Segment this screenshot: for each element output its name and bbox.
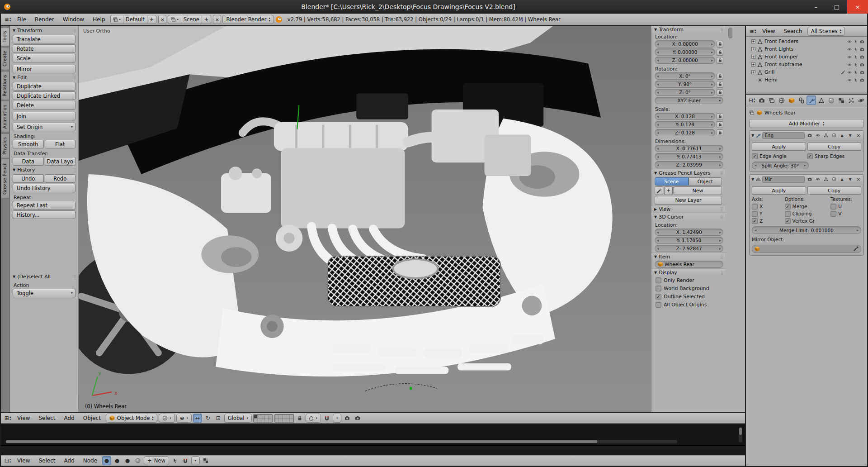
material-slot-icon-button[interactable] (133, 456, 142, 465)
manipulator-scale-button[interactable]: ⊡ (214, 414, 223, 423)
world-background-checkbox[interactable] (656, 286, 661, 291)
action-toggle-dropdown[interactable]: Toggle ▾ (13, 289, 75, 297)
lock-location-x-button[interactable] (717, 41, 723, 48)
lock-rotation-x-button[interactable] (717, 73, 723, 80)
lock-scale-x-button[interactable] (717, 113, 723, 120)
delete-scene-button[interactable]: × (213, 15, 221, 24)
expand-icon[interactable]: + (751, 62, 755, 67)
modifier-editmode-toggle[interactable] (822, 132, 829, 139)
editor-type-button-info[interactable]: ≡ ▴▾ (3, 15, 12, 24)
panel-grip-icon[interactable]: ⣿ (720, 214, 722, 219)
panel-grip-icon[interactable]: ⣿ (720, 270, 722, 275)
mirror-copy-button[interactable]: Copy (807, 186, 862, 195)
modifier-delete-button[interactable]: × (855, 132, 862, 139)
menu-help[interactable]: Help (89, 15, 108, 24)
node-menu-add[interactable]: Add (61, 457, 78, 465)
all-object-origins-checkbox[interactable] (656, 302, 661, 308)
duplicate-button[interactable]: Duplicate (13, 82, 75, 91)
node-snap-mode-dropdown[interactable]: ▾ (191, 456, 200, 465)
repeat-history-button[interactable]: History... (13, 210, 75, 219)
selectability-cursor-icon[interactable] (854, 70, 858, 75)
outliner-item-grill[interactable]: + Grill (746, 68, 867, 76)
translate-button[interactable]: Translate (13, 35, 75, 43)
gp-new-layer-button[interactable]: New Layer (655, 196, 722, 205)
modifier-move-up-button[interactable]: ▲ (839, 176, 845, 183)
menu-render[interactable]: Render (31, 15, 58, 24)
proportional-edit-dropdown[interactable]: ○ ▾ (306, 414, 321, 423)
visibility-eye-icon[interactable] (847, 55, 852, 59)
close-button[interactable]: × (847, 0, 868, 14)
browse-screens-icon[interactable]: ▾ (111, 15, 123, 24)
panel-header-view[interactable]: ▶ View ⣿ (651, 205, 725, 213)
node-menu-select[interactable]: Select (35, 457, 59, 465)
opengl-render-button[interactable] (343, 414, 352, 423)
maximize-button[interactable]: □ (826, 0, 847, 14)
shade-smooth-button[interactable]: Smooth (13, 140, 44, 148)
vp-menu-object[interactable]: Object (80, 414, 104, 422)
undo-history-button[interactable]: Undo History (13, 184, 75, 192)
modifier-move-up-button[interactable]: ▲ (839, 132, 845, 139)
renderability-camera-icon[interactable] (860, 70, 864, 75)
outliner-menu-view[interactable]: View (759, 27, 778, 35)
outliner-display-mode-dropdown[interactable]: All Scenes ▴▾ (807, 27, 845, 36)
scale-x-field[interactable]: X:0.128 (655, 113, 715, 120)
lock-scale-y-button[interactable] (717, 121, 723, 128)
set-origin-dropdown[interactable]: Set Origin ▾ (13, 123, 75, 131)
outliner-item-front-bumper[interactable]: + Front bumper (746, 53, 867, 61)
sharp-edges-checkbox[interactable]: ✓ (807, 153, 813, 159)
cursor-y-field[interactable]: Y:1.17050 (655, 237, 723, 244)
editor-type-button-node[interactable]: ⊟ ▴▾ (3, 456, 12, 465)
gp-add-icon-button[interactable]: + (664, 186, 673, 195)
scale-z-field[interactable]: Z:0.128 (655, 129, 715, 136)
shelf-tab-physics[interactable]: Physics (1, 133, 9, 158)
editor-type-button-3dview[interactable]: ⊞ ▴▾ (3, 414, 12, 423)
tab-render-layers[interactable] (767, 95, 776, 105)
visibility-eye-icon[interactable] (847, 62, 852, 67)
lock-to-scene-button[interactable] (295, 414, 304, 423)
node-vertical-scrollbar[interactable] (739, 427, 742, 443)
render-engine-dropdown[interactable]: Blender Render ▴▾ (222, 15, 274, 24)
modifier-realtime-toggle[interactable] (814, 176, 821, 183)
selectability-cursor-icon[interactable] (854, 62, 858, 67)
renderability-camera-icon[interactable] (860, 47, 864, 52)
layers-grid-right[interactable] (274, 414, 294, 423)
rotation-mode-dropdown[interactable]: XYZ Euler▾ (655, 97, 723, 104)
modifier-realtime-toggle[interactable] (814, 132, 821, 139)
edgesplit-apply-button[interactable]: Apply (752, 143, 806, 151)
lock-location-y-button[interactable] (717, 49, 723, 56)
renderability-camera-icon[interactable] (860, 39, 864, 44)
panel-header-deselect-all[interactable]: ▼ (De)select All ⣿ (10, 273, 78, 281)
modifier-name-field[interactable]: Mir (762, 176, 805, 183)
screen-layout-name[interactable]: Default (123, 15, 147, 24)
selectability-cursor-icon[interactable] (854, 47, 858, 52)
only-render-checkbox[interactable] (656, 277, 661, 283)
visibility-eye-icon[interactable] (847, 39, 852, 44)
node-editor-canvas[interactable] (1, 424, 745, 454)
dimension-y-field[interactable]: Y:0.77413 (655, 153, 723, 160)
shelf-tab-grease-pencil[interactable]: Grease Pencil (1, 159, 9, 198)
selectability-cursor-icon[interactable] (854, 39, 858, 44)
dimension-z-field[interactable]: Z:2.03999 (655, 161, 723, 168)
delete-screen-button[interactable]: × (158, 15, 166, 24)
opengl-render-anim-button[interactable] (353, 414, 362, 423)
duplicate-linked-button[interactable]: Duplicate Linked (13, 91, 75, 100)
visibility-eye-icon[interactable] (847, 70, 852, 75)
n-panel-scrollbar[interactable] (728, 28, 732, 38)
outliner-item-front-subframe[interactable]: + Front subframe (746, 61, 867, 68)
modifier-mirror-header[interactable]: ▼ Mir ▲ ▼ × (750, 175, 863, 184)
mirror-texture-v-checkbox[interactable] (830, 211, 836, 217)
dimension-x-field[interactable]: X:0.77611 (655, 145, 723, 152)
lock-rotation-y-button[interactable] (717, 81, 723, 88)
modifier-render-toggle[interactable] (806, 132, 813, 139)
snap-toggle-button[interactable] (322, 414, 331, 423)
renderability-camera-icon[interactable] (860, 55, 864, 59)
split-angle-field[interactable]: Split Angle: 30° (752, 162, 809, 169)
panel-grip-icon[interactable]: ⣿ (720, 28, 722, 32)
outliner-menu-search[interactable]: Search (780, 27, 806, 35)
node-menu-node[interactable]: Node (80, 457, 101, 465)
mirror-axis-x-checkbox[interactable] (752, 204, 758, 210)
editor-type-button-outliner[interactable]: ≡ ▴▾ (748, 27, 757, 36)
tab-material[interactable] (826, 95, 836, 105)
data-layout-transfer-button[interactable]: Data Layo (45, 157, 76, 166)
panel-grip-icon[interactable]: ⣿ (73, 29, 75, 33)
